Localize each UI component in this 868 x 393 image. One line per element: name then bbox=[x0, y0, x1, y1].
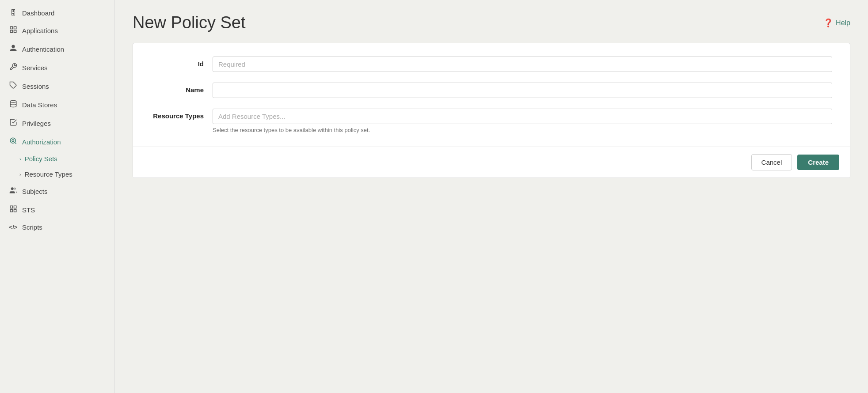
sidebar-item-label: STS bbox=[22, 206, 35, 214]
svg-point-7 bbox=[12, 140, 14, 142]
name-field bbox=[213, 83, 832, 98]
name-row: Name bbox=[151, 83, 832, 98]
sidebar-item-label: Dashboard bbox=[22, 9, 54, 17]
cancel-button[interactable]: Cancel bbox=[751, 154, 792, 170]
resource-types-help: Select the resource types to be availabl… bbox=[213, 127, 832, 133]
svg-rect-10 bbox=[14, 206, 16, 208]
sidebar-item-label: Privileges bbox=[22, 120, 51, 127]
new-policy-set-form: Id Name Resource Types Select the bbox=[133, 43, 850, 178]
id-input[interactable] bbox=[213, 57, 832, 72]
resource-types-field: Select the resource types to be availabl… bbox=[213, 109, 832, 133]
sessions-icon bbox=[9, 81, 18, 91]
sidebar-item-label: Data Stores bbox=[22, 101, 57, 109]
id-field bbox=[213, 57, 832, 72]
sidebar-item-label: Authentication bbox=[22, 45, 64, 53]
sidebar-subitem-policy-sets[interactable]: › Policy Sets bbox=[0, 151, 114, 166]
sidebar-item-label: Subjects bbox=[22, 188, 48, 195]
page-title: New Policy Set bbox=[133, 13, 246, 32]
dashboard-icon: 🎛 bbox=[9, 9, 18, 17]
sidebar: 🎛 Dashboard Applications Authentication … bbox=[0, 0, 115, 393]
svg-rect-11 bbox=[10, 210, 12, 212]
help-icon: ❓ bbox=[823, 18, 833, 28]
name-label: Name bbox=[151, 83, 213, 94]
svg-rect-9 bbox=[10, 206, 12, 208]
form-footer: Cancel Create bbox=[133, 147, 850, 178]
authorization-icon bbox=[9, 137, 18, 147]
chevron-icon: › bbox=[19, 172, 21, 177]
sidebar-item-subjects[interactable]: Subjects bbox=[0, 182, 114, 200]
sidebar-subitem-resource-types[interactable]: › Resource Types bbox=[0, 166, 114, 182]
privileges-icon bbox=[9, 118, 18, 128]
sidebar-item-label: Applications bbox=[22, 27, 58, 34]
svg-rect-12 bbox=[14, 210, 16, 212]
scripts-icon: </> bbox=[9, 224, 18, 231]
resource-types-input[interactable] bbox=[213, 109, 832, 124]
svg-point-8 bbox=[11, 187, 14, 190]
create-button[interactable]: Create bbox=[797, 155, 839, 170]
svg-point-6 bbox=[10, 138, 15, 143]
sidebar-item-scripts[interactable]: </> Scripts bbox=[0, 219, 114, 235]
sidebar-item-data-stores[interactable]: Data Stores bbox=[0, 95, 114, 114]
id-label: Id bbox=[151, 57, 213, 68]
sidebar-item-sessions[interactable]: Sessions bbox=[0, 77, 114, 95]
sidebar-item-applications[interactable]: Applications bbox=[0, 21, 114, 40]
sidebar-item-label: Sessions bbox=[22, 83, 49, 90]
svg-point-5 bbox=[10, 101, 16, 103]
resource-types-label: Resource Types bbox=[151, 109, 213, 120]
main-content: New Policy Set ❓ Help Id Name bbox=[115, 0, 868, 393]
svg-rect-0 bbox=[10, 26, 12, 29]
services-icon bbox=[9, 63, 18, 72]
help-link[interactable]: ❓ Help bbox=[823, 18, 850, 28]
sidebar-subitem-label: Policy Sets bbox=[25, 155, 57, 162]
svg-rect-2 bbox=[10, 30, 12, 33]
sidebar-item-dashboard[interactable]: 🎛 Dashboard bbox=[0, 4, 114, 21]
help-label: Help bbox=[836, 19, 850, 27]
svg-rect-3 bbox=[14, 30, 16, 33]
sidebar-item-sts[interactable]: STS bbox=[0, 200, 114, 219]
form-body: Id Name Resource Types Select the bbox=[133, 43, 850, 147]
svg-rect-1 bbox=[14, 26, 16, 29]
sidebar-item-label: Services bbox=[22, 64, 48, 72]
data-stores-icon bbox=[9, 100, 18, 110]
sidebar-item-privileges[interactable]: Privileges bbox=[0, 114, 114, 132]
page-header: New Policy Set ❓ Help bbox=[133, 13, 850, 32]
sidebar-item-label: Authorization bbox=[22, 138, 61, 146]
applications-icon bbox=[9, 26, 18, 35]
name-input[interactable] bbox=[213, 83, 832, 98]
chevron-icon: › bbox=[19, 156, 21, 162]
id-row: Id bbox=[151, 57, 832, 72]
sts-icon bbox=[9, 205, 18, 215]
subjects-icon bbox=[9, 186, 18, 196]
sidebar-item-services[interactable]: Services bbox=[0, 58, 114, 77]
authentication-icon bbox=[9, 44, 18, 54]
sidebar-subitem-label: Resource Types bbox=[25, 170, 72, 178]
sidebar-item-label: Scripts bbox=[22, 223, 42, 231]
resource-types-row: Resource Types Select the resource types… bbox=[151, 109, 832, 133]
sidebar-item-authentication[interactable]: Authentication bbox=[0, 40, 114, 58]
sidebar-item-authorization[interactable]: Authorization bbox=[0, 132, 114, 151]
